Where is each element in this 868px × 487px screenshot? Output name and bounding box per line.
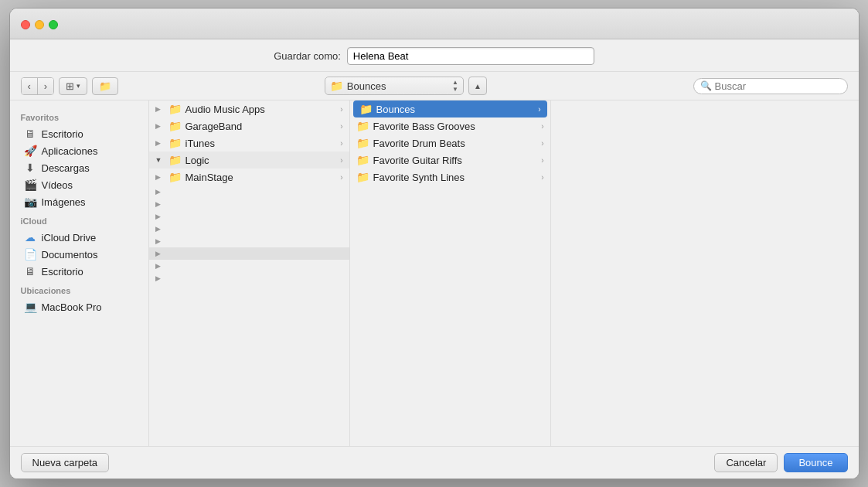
file-label-bass-grooves: Favorite Bass Grooves: [373, 121, 475, 132]
arrow-icon-drums: ›: [541, 139, 543, 148]
expand-empty-6: ▶: [155, 250, 165, 257]
apps-icon: 🚀: [24, 145, 36, 157]
expand-arrow-audio: ▶: [155, 105, 165, 113]
arrow-icon-mainstage: ›: [340, 173, 342, 182]
close-button[interactable]: [21, 20, 30, 29]
folder-icon-logic: 📁: [168, 154, 182, 166]
folder-icon-bass: 📁: [356, 120, 369, 132]
sidebar-item-aplicaciones[interactable]: 🚀 Aplicaciones: [13, 142, 145, 159]
expand-arrow-mainstage: ▶: [155, 173, 165, 181]
images-icon: 📷: [24, 196, 36, 208]
folder-icon-synth: 📁: [356, 171, 369, 183]
file-row-logic[interactable]: ▼ 📁 Logic ›: [149, 152, 349, 169]
file-row-bass-grooves[interactable]: 📁 Favorite Bass Grooves ›: [350, 117, 550, 135]
bottom-bar: Nueva carpeta Cancelar Bounce: [10, 446, 859, 478]
sidebar-label-escritorio-icloud: Escritorio: [42, 266, 83, 278]
downloads-icon: ⬇: [24, 162, 36, 174]
desktop-icloud-icon: 🖥: [24, 265, 36, 278]
sidebar-item-escritorio-icloud[interactable]: 🖥 Escritorio: [13, 263, 145, 280]
location-dropdown[interactable]: 📁 Bounces ▲ ▼: [325, 77, 464, 95]
macbook-icon: 💻: [24, 301, 36, 313]
cancel-button[interactable]: Cancelar: [714, 453, 778, 472]
sidebar-item-escritorio[interactable]: 🖥 Escritorio: [13, 125, 145, 142]
file-label-bounces: Bounces: [376, 104, 416, 115]
view-icon: ⊞: [66, 80, 74, 92]
expand-empty-8: ▶: [155, 274, 165, 282]
view-button[interactable]: ⊞ ▾: [59, 77, 87, 95]
title-bar: [10, 9, 859, 39]
arrow-icon-itunes: ›: [340, 139, 342, 148]
expand-toggle-button[interactable]: ▲: [468, 77, 487, 95]
file-row-itunes[interactable]: ▶ 📁 iTunes ›: [149, 135, 349, 152]
new-folder-toolbar-button[interactable]: 📁: [92, 77, 118, 95]
file-row-mainstage[interactable]: ▶ 📁 MainStage ›: [149, 169, 349, 186]
file-label-garageband: GarageBand: [186, 121, 243, 132]
forward-button[interactable]: ›: [38, 78, 53, 94]
location-label: Bounces: [347, 80, 386, 92]
file-row-drum-beats[interactable]: 📁 Favorite Drum Beats ›: [350, 135, 550, 152]
arrow-icon-audio: ›: [340, 105, 342, 114]
file-row-empty-2: ▶: [149, 198, 349, 210]
file-row-empty-8: ▶: [149, 272, 349, 284]
file-row-guitar-riffs[interactable]: 📁 Favorite Guitar Riffs ›: [350, 152, 550, 169]
sidebar-item-icloud-drive[interactable]: ☁ iCloud Drive: [13, 229, 145, 246]
sidebar-item-descargas[interactable]: ⬇ Descargas: [13, 159, 145, 176]
save-as-label: Guardar como:: [274, 50, 341, 62]
sidebar-label-imagenes: Imágenes: [42, 196, 86, 208]
bounce-button[interactable]: Bounce: [784, 453, 847, 472]
folder-icon-drums: 📁: [356, 137, 369, 149]
expand-empty-2: ▶: [155, 200, 165, 208]
arrow-icon-synth: ›: [541, 173, 543, 182]
file-column-1: ▶ 📁 Audio Music Apps › ▶ 📁 GarageBand › …: [149, 100, 350, 446]
folder-icon-bounces: 📁: [359, 103, 373, 115]
search-input[interactable]: [715, 80, 831, 92]
back-button[interactable]: ‹: [22, 78, 38, 94]
sidebar-label-macbook: MacBook Pro: [42, 301, 102, 313]
view-chevron-icon: ▾: [77, 82, 80, 90]
file-row-audio-music-apps[interactable]: ▶ 📁 Audio Music Apps ›: [149, 100, 349, 117]
sidebar-section-ubicaciones: Ubicaciones: [10, 280, 148, 298]
arrow-icon-logic: ›: [340, 156, 342, 165]
file-label-drum-beats: Favorite Drum Beats: [373, 138, 465, 149]
file-row-empty-5: ▶: [149, 235, 349, 247]
file-label-audio-music-apps: Audio Music Apps: [186, 104, 265, 115]
save-as-row: Guardar como:: [10, 39, 859, 72]
sidebar-item-imagenes[interactable]: 📷 Imágenes: [13, 193, 145, 210]
expand-icon: ▲: [474, 82, 482, 90]
back-icon: ‹: [28, 80, 31, 92]
file-label-mainstage: MainStage: [186, 172, 233, 183]
file-row-empty-3: ▶: [149, 210, 349, 223]
traffic-lights: [21, 20, 58, 29]
file-column-2: 📁 Bounces › 📁 Favorite Bass Grooves › 📁 …: [350, 100, 551, 446]
folder-icon-itunes: 📁: [168, 137, 182, 149]
sidebar-item-videos[interactable]: 🎬 Vídeos: [13, 176, 145, 193]
sidebar-item-macbook[interactable]: 💻 MacBook Pro: [13, 298, 145, 315]
file-row-empty-7: ▶: [149, 260, 349, 272]
content-area: Favoritos 🖥 Escritorio 🚀 Aplicaciones ⬇ …: [10, 100, 859, 446]
file-label-logic: Logic: [186, 155, 209, 166]
location-bar: 📁 Bounces ▲ ▼ ▲: [123, 77, 688, 95]
file-row-synth-lines[interactable]: 📁 Favorite Synth Lines ›: [350, 169, 550, 186]
new-folder-button[interactable]: Nueva carpeta: [21, 453, 110, 472]
sidebar-label-descargas: Descargas: [42, 162, 90, 174]
file-row-garageband[interactable]: ▶ 📁 GarageBand ›: [149, 117, 349, 135]
minimize-button[interactable]: [35, 20, 44, 29]
sidebar-label-escritorio: Escritorio: [42, 128, 83, 140]
file-row-empty-4: ▶: [149, 223, 349, 235]
maximize-button[interactable]: [49, 20, 58, 29]
arrow-icon-guitar: ›: [541, 156, 543, 165]
sidebar-item-documentos[interactable]: 📄 Documentos: [13, 246, 145, 263]
nav-buttons: ‹ ›: [21, 77, 55, 95]
file-row-bounces[interactable]: 📁 Bounces ›: [353, 100, 547, 117]
save-dialog: Guardar como: ‹ › ⊞ ▾ 📁 📁 Bounces: [9, 8, 859, 479]
folder-icon-guitar: 📁: [356, 154, 369, 166]
location-name: 📁 Bounces: [330, 80, 386, 92]
sidebar-section-favoritos: Favoritos: [10, 107, 148, 125]
save-as-input[interactable]: [347, 47, 594, 65]
sidebar-label-aplicaciones: Aplicaciones: [42, 145, 98, 157]
sidebar-label-icloud-drive: iCloud Drive: [42, 232, 97, 244]
location-folder-icon: 📁: [330, 80, 343, 92]
new-folder-icon: 📁: [99, 80, 111, 92]
file-row-empty-1: ▶: [149, 186, 349, 198]
videos-icon: 🎬: [24, 179, 36, 191]
